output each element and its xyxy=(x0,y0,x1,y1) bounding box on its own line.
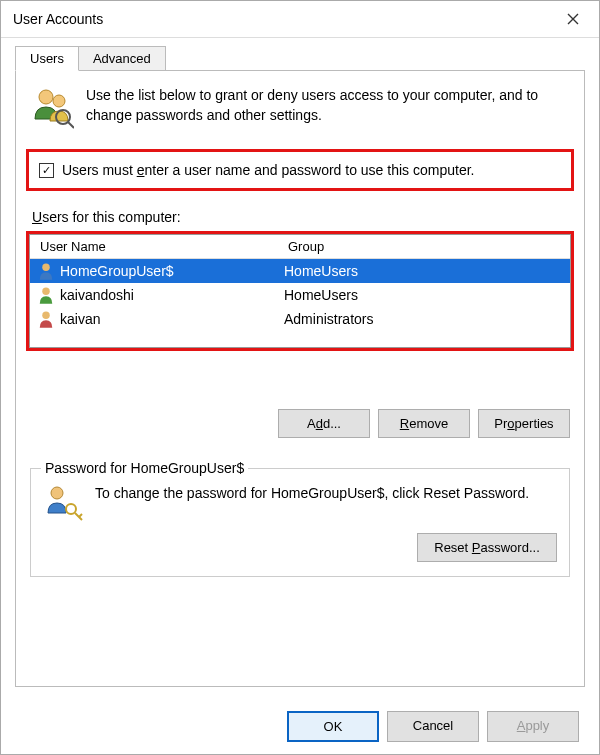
password-row: To change the password for HomeGroupUser… xyxy=(43,483,557,523)
intro-text: Use the list below to grant or deny user… xyxy=(86,85,570,126)
svg-point-1 xyxy=(53,95,65,107)
groupbox-legend: Password for HomeGroupUser$ xyxy=(41,460,248,476)
ok-button[interactable]: OK xyxy=(287,711,379,742)
highlight-box-list: User Name Group HomeGroupUser$ HomeUsers xyxy=(26,231,574,351)
svg-point-4 xyxy=(42,264,50,272)
users-icon xyxy=(30,85,74,129)
highlight-box-checkbox: ✓ Users must enter a user name and passw… xyxy=(26,149,574,191)
window-title: User Accounts xyxy=(13,11,103,27)
cell-username: HomeGroupUser$ xyxy=(60,263,284,279)
col-header-group[interactable]: Group xyxy=(288,239,564,254)
table-row[interactable]: kaivan Administrators xyxy=(30,307,570,331)
key-user-icon xyxy=(43,483,83,523)
svg-point-6 xyxy=(42,312,50,320)
remove-button[interactable]: Remove xyxy=(378,409,470,438)
user-icon xyxy=(36,310,56,328)
tab-panel-users: Use the list below to grant or deny user… xyxy=(15,70,585,687)
user-accounts-window: User Accounts Users Advanced xyxy=(0,0,600,755)
require-login-checkbox-row[interactable]: ✓ Users must enter a user name and passw… xyxy=(39,162,561,178)
cancel-button[interactable]: Cancel xyxy=(387,711,479,742)
apply-button: Apply xyxy=(487,711,579,742)
tab-users[interactable]: Users xyxy=(15,46,79,71)
intro-row: Use the list below to grant or deny user… xyxy=(30,85,570,129)
checkbox-icon: ✓ xyxy=(39,163,54,178)
tab-strip: Users Advanced xyxy=(15,46,585,71)
user-icon xyxy=(36,262,56,280)
password-text: To change the password for HomeGroupUser… xyxy=(95,483,557,503)
user-icon xyxy=(36,286,56,304)
svg-line-10 xyxy=(79,514,82,517)
properties-button[interactable]: Properties xyxy=(478,409,570,438)
dialog-footer: OK Cancel Apply xyxy=(1,699,599,754)
cell-username: kaivandoshi xyxy=(60,287,284,303)
password-groupbox: Password for HomeGroupUser$ To change th… xyxy=(30,468,570,577)
svg-line-3 xyxy=(68,122,74,128)
cell-username: kaivan xyxy=(60,311,284,327)
add-button[interactable]: Add... xyxy=(278,409,370,438)
tab-advanced[interactable]: Advanced xyxy=(78,46,166,71)
titlebar: User Accounts xyxy=(1,1,599,38)
close-icon xyxy=(567,13,579,25)
cell-group: HomeUsers xyxy=(284,263,564,279)
list-padding xyxy=(30,331,570,347)
client-area: Users Advanced Use the list below to gra… xyxy=(1,38,599,699)
svg-point-7 xyxy=(51,487,63,499)
close-button[interactable] xyxy=(555,7,591,31)
table-row[interactable]: kaivandoshi HomeUsers xyxy=(30,283,570,307)
reset-button-row: Reset Password... xyxy=(43,533,557,562)
svg-point-0 xyxy=(39,90,53,104)
table-row[interactable]: HomeGroupUser$ HomeUsers xyxy=(30,259,570,283)
reset-password-button[interactable]: Reset Password... xyxy=(417,533,557,562)
checkbox-label: Users must enter a user name and passwor… xyxy=(62,162,474,178)
user-buttons-row: Add... Remove Properties xyxy=(30,409,570,438)
svg-point-5 xyxy=(42,288,50,296)
svg-point-8 xyxy=(66,504,76,514)
users-list-label: Users for this computer: xyxy=(32,209,570,225)
col-header-username[interactable]: User Name xyxy=(40,239,288,254)
list-header[interactable]: User Name Group xyxy=(30,235,570,259)
cell-group: HomeUsers xyxy=(284,287,564,303)
cell-group: Administrators xyxy=(284,311,564,327)
users-list[interactable]: User Name Group HomeGroupUser$ HomeUsers xyxy=(29,234,571,348)
